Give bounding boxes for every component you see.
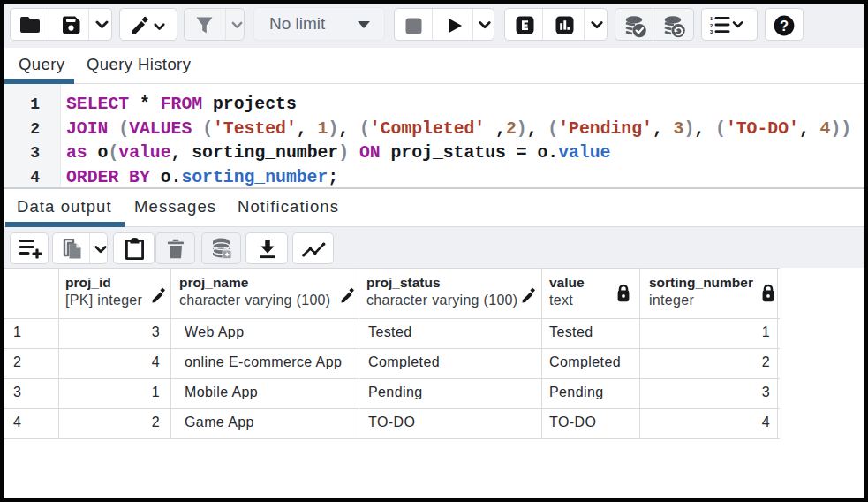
svg-text:1: 1 [710,16,713,21]
svg-text:2: 2 [710,23,713,28]
svg-text:3: 3 [710,29,713,34]
svg-text:?: ? [780,18,789,34]
